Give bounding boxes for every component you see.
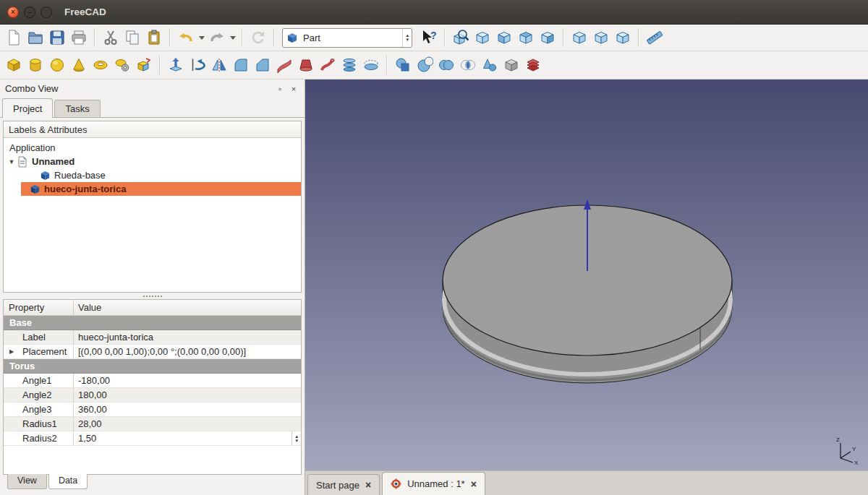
tab-project[interactable]: Project	[2, 98, 53, 118]
tab-tasks-label: Tasks	[65, 103, 89, 114]
panel-close-button[interactable]: ×	[288, 83, 299, 95]
undo-button[interactable]	[175, 27, 197, 48]
property-value[interactable]: 28,00	[74, 417, 301, 431]
property-value[interactable]: [(0,00 0,00 1,00);0,00 °;(0,00 0,00 0,00…	[74, 345, 301, 358]
measure-ruler-icon	[646, 29, 663, 46]
left-view-button[interactable]	[612, 27, 634, 48]
refresh-button[interactable]	[247, 27, 269, 48]
cone-button[interactable]	[68, 54, 90, 76]
cross-sections-button[interactable]	[339, 54, 360, 76]
loft-button[interactable]	[295, 54, 317, 76]
expander-icon[interactable]: ▼	[7, 158, 17, 165]
workbench-selector[interactable]: Part ▴▾	[282, 28, 412, 48]
3d-viewport[interactable]: Z Y X	[305, 79, 868, 470]
float-icon: ▫	[278, 85, 281, 93]
top-view-button[interactable]	[515, 27, 537, 48]
right-view-button[interactable]	[537, 27, 558, 48]
shape-builder-button[interactable]	[133, 54, 155, 76]
selection-highlight: hueco-junta-torica	[21, 182, 301, 196]
tab-start-page[interactable]: Start page ×	[307, 474, 380, 495]
whats-this-button[interactable]: ?	[418, 27, 440, 48]
window-close-button[interactable]: ×	[7, 7, 19, 18]
new-document-button[interactable]	[3, 27, 25, 48]
expand-arrow-icon[interactable]: ▶	[9, 348, 14, 355]
tab-data[interactable]: Data	[48, 474, 88, 489]
save-button[interactable]	[46, 27, 68, 48]
sphere-button[interactable]	[46, 54, 68, 76]
box-button[interactable]	[3, 54, 25, 76]
property-name: Radius2	[22, 433, 57, 444]
cross-section-button[interactable]	[522, 54, 544, 76]
compound-button[interactable]	[479, 54, 501, 76]
toolbar-separator	[169, 28, 171, 47]
print-button[interactable]	[68, 27, 90, 48]
tab-view[interactable]: View	[7, 474, 47, 489]
intersection-button[interactable]	[457, 54, 479, 76]
redo-button[interactable]	[206, 27, 228, 48]
copy-button[interactable]	[122, 27, 143, 48]
panel-float-button[interactable]: ▫	[274, 83, 286, 95]
redo-dropdown-button[interactable]	[228, 27, 237, 48]
column-value[interactable]: Value	[74, 300, 301, 315]
window-minimize-button[interactable]: –	[24, 7, 35, 18]
value-spinner[interactable]: ▴▾	[292, 431, 301, 445]
sweep-button[interactable]	[317, 54, 339, 76]
tree-item-rueda-base[interactable]: Rueda-base	[4, 168, 301, 182]
torus-cut-disc-model[interactable]	[305, 79, 868, 470]
measure-button[interactable]	[644, 27, 665, 48]
column-property[interactable]: Property	[4, 300, 74, 315]
undo-dropdown-button[interactable]	[197, 27, 206, 48]
tree-item-document[interactable]: ▼ Unnamed	[4, 155, 301, 168]
torus-button[interactable]	[90, 54, 111, 76]
cut-boolean-button[interactable]	[414, 54, 435, 76]
chamfer-button[interactable]	[252, 54, 273, 76]
bottom-view-button[interactable]	[590, 27, 612, 48]
tree-item-application[interactable]: Application	[4, 141, 301, 155]
property-value[interactable]: 360,00	[74, 403, 301, 416]
mirror-button[interactable]	[208, 54, 230, 76]
property-group-base[interactable]: Base	[4, 316, 301, 330]
property-row-angle2: Angle2 180,00	[4, 388, 301, 403]
front-view-button[interactable]	[493, 27, 515, 48]
tab-tasks[interactable]: Tasks	[54, 100, 100, 117]
window-maximize-button[interactable]	[41, 7, 52, 18]
panel-splitter[interactable]	[0, 293, 305, 299]
property-value[interactable]: hueco-junta-torica	[74, 330, 301, 344]
property-group-torus[interactable]: Torus	[4, 359, 301, 374]
part-toolbar	[0, 51, 868, 79]
save-icon	[48, 29, 66, 46]
part-solid-icon	[40, 170, 51, 181]
tree-header-label: Labels & Attributes	[9, 124, 87, 135]
extrude-button[interactable]	[165, 54, 187, 76]
fillet-button[interactable]	[230, 54, 252, 76]
toolbar-separator	[242, 28, 243, 47]
fit-all-button[interactable]	[450, 27, 472, 48]
tree-view[interactable]: Application ▼ Unnamed Rueda-base hueco-j…	[4, 138, 301, 292]
cut-button[interactable]	[100, 27, 122, 48]
close-tab-icon[interactable]: ×	[471, 479, 477, 489]
paste-button[interactable]	[143, 27, 165, 48]
property-value[interactable]: -180,00	[74, 374, 301, 387]
open-document-button[interactable]	[25, 27, 46, 48]
workbench-spinner[interactable]: ▴▾	[402, 29, 412, 47]
property-name: Placement	[22, 346, 67, 357]
cylinder-button[interactable]	[25, 54, 46, 76]
tab-unnamed-document[interactable]: Unnamed : 1* ×	[382, 472, 485, 495]
revolve-button[interactable]	[187, 54, 208, 76]
ruled-surface-icon	[276, 56, 293, 74]
property-value[interactable]: 180,00	[74, 388, 301, 402]
refine-shape-button[interactable]	[501, 54, 522, 76]
toolbar-separator	[638, 28, 639, 47]
tree-item-hueco-junta-torica[interactable]: hueco-junta-torica	[4, 182, 301, 196]
whats-this-icon: ?	[420, 29, 438, 46]
union-button[interactable]	[435, 54, 457, 76]
chamfer-icon	[254, 56, 271, 74]
offset-button[interactable]	[360, 54, 382, 76]
boolean-button[interactable]	[392, 54, 414, 76]
rear-view-button[interactable]	[569, 27, 590, 48]
primitives-button[interactable]	[111, 54, 133, 76]
close-tab-icon[interactable]: ×	[365, 480, 371, 490]
sweep-icon	[319, 56, 336, 74]
axonometric-view-button[interactable]	[472, 27, 493, 48]
ruled-surface-button[interactable]	[273, 54, 295, 76]
